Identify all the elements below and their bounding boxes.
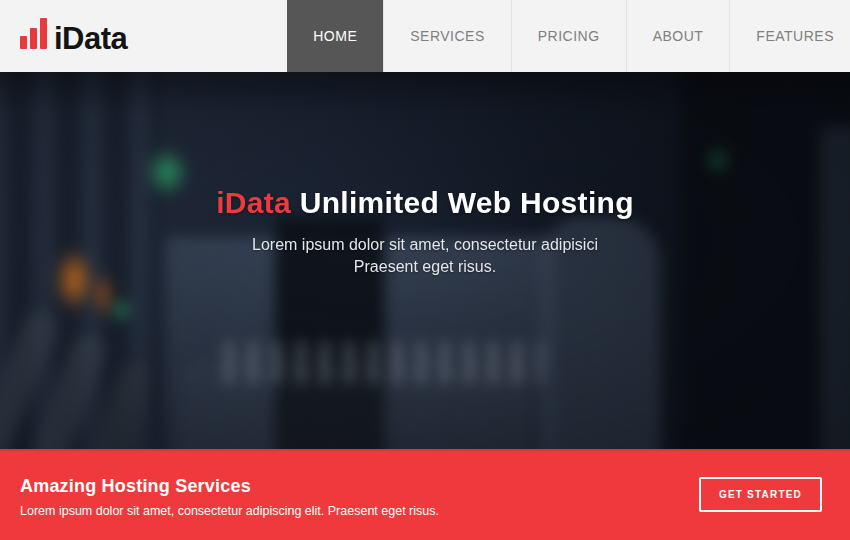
nav-item-pricing[interactable]: PRICING bbox=[511, 0, 626, 72]
hero-content: iData Unlimited Web Hosting Lorem ipsum … bbox=[0, 72, 850, 278]
hero-title-accent: iData bbox=[216, 186, 291, 219]
nav-item-features[interactable]: FEATURES bbox=[729, 0, 850, 72]
nav-item-home[interactable]: HOME bbox=[287, 0, 383, 72]
bar-chart-icon bbox=[20, 18, 47, 54]
get-started-button[interactable]: GET STARTED bbox=[699, 477, 822, 512]
hero-section: iData Unlimited Web Hosting Lorem ipsum … bbox=[0, 72, 850, 449]
hero-subtitle-line1: Lorem ipsum dolor sit amet, consectetur … bbox=[0, 234, 850, 256]
cta-heading: Amazing Hosting Services bbox=[20, 476, 439, 497]
site-header: iData HOME SERVICES PRICING ABOUT FEATUR… bbox=[0, 0, 850, 72]
hero-subtitle: Lorem ipsum dolor sit amet, consectetur … bbox=[0, 234, 850, 278]
hero-subtitle-line2: Praesent eget risus. bbox=[0, 256, 850, 278]
cta-text-block: Amazing Hosting Services Lorem ipsum dol… bbox=[20, 472, 439, 518]
hero-title-rest: Unlimited Web Hosting bbox=[291, 186, 634, 219]
main-nav: HOME SERVICES PRICING ABOUT FEATURES bbox=[287, 0, 850, 72]
cta-bar: Amazing Hosting Services Lorem ipsum dol… bbox=[0, 449, 850, 540]
brand-logo[interactable]: iData bbox=[0, 18, 127, 54]
brand-name: iData bbox=[54, 23, 127, 54]
nav-item-about[interactable]: ABOUT bbox=[626, 0, 730, 72]
nav-item-services[interactable]: SERVICES bbox=[383, 0, 511, 72]
cta-description: Lorem ipsum dolor sit amet, consectetur … bbox=[20, 504, 439, 518]
hero-title: iData Unlimited Web Hosting bbox=[0, 186, 850, 220]
